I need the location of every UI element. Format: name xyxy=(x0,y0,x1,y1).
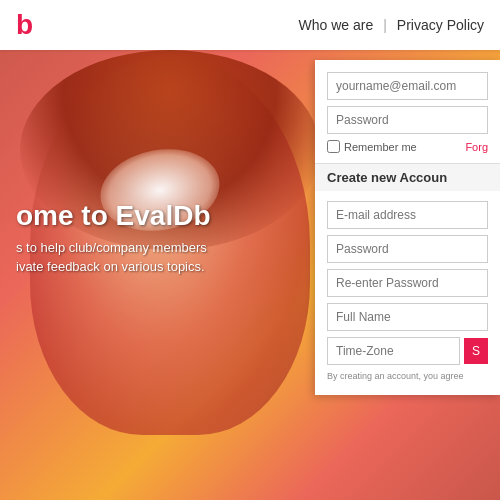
nav-who-we-are[interactable]: Who we are xyxy=(299,17,374,33)
hero-subtitle-2: ivate feedback on various topics. xyxy=(16,259,210,274)
hero-content: ome to EvalDb s to help club/company mem… xyxy=(16,200,210,274)
nav-divider: | xyxy=(383,17,387,33)
header: b Who we are | Privacy Policy xyxy=(0,0,500,50)
register-email-input[interactable] xyxy=(327,201,488,229)
register-submit-button[interactable]: S xyxy=(464,338,488,364)
remember-row: Remember me Forg xyxy=(327,140,488,153)
register-password-input[interactable] xyxy=(327,235,488,263)
auth-panel: Remember me Forg Create new Accoun S By … xyxy=(315,60,500,395)
register-reenter-password-input[interactable] xyxy=(327,269,488,297)
terms-text: By creating an account, you agree xyxy=(327,371,488,383)
register-timezone-input[interactable] xyxy=(327,337,460,365)
nav-privacy-policy[interactable]: Privacy Policy xyxy=(397,17,484,33)
hero-subtitle-1: s to help club/company members xyxy=(16,240,210,255)
login-email-input[interactable] xyxy=(327,72,488,100)
login-password-input[interactable] xyxy=(327,106,488,134)
remember-me-checkbox[interactable] xyxy=(327,140,340,153)
remember-me-label: Remember me xyxy=(344,141,417,153)
logo: b xyxy=(16,9,32,41)
main-nav: Who we are | Privacy Policy xyxy=(299,17,484,33)
forgot-password-link[interactable]: Forg xyxy=(465,141,488,153)
remember-left: Remember me xyxy=(327,140,417,153)
register-fullname-input[interactable] xyxy=(327,303,488,331)
hero-title: ome to EvalDb xyxy=(16,200,210,232)
create-account-header: Create new Accoun xyxy=(315,163,500,191)
